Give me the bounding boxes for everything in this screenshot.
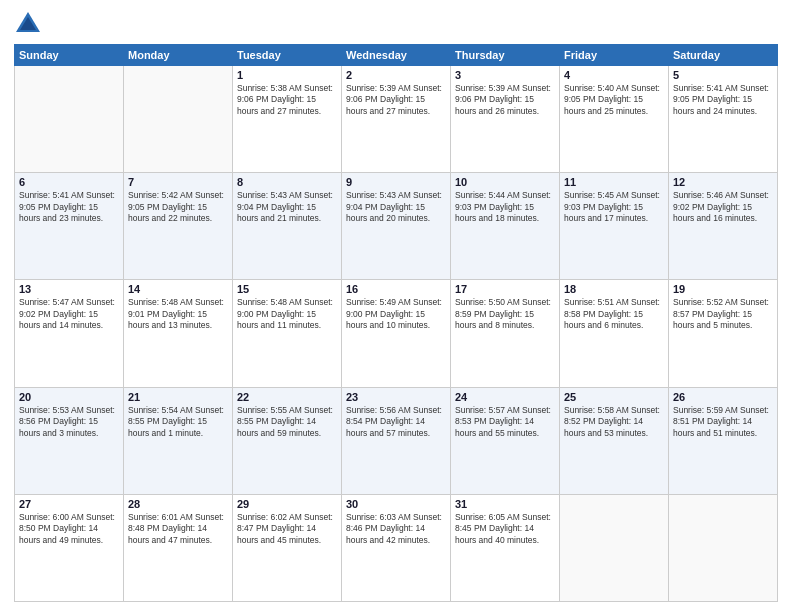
day-number: 30 xyxy=(346,498,446,510)
day-info: Sunrise: 5:51 AM Sunset: 8:58 PM Dayligh… xyxy=(564,297,664,331)
day-number: 28 xyxy=(128,498,228,510)
calendar-week-3: 13Sunrise: 5:47 AM Sunset: 9:02 PM Dayli… xyxy=(15,280,778,387)
day-number: 22 xyxy=(237,391,337,403)
calendar-week-5: 27Sunrise: 6:00 AM Sunset: 8:50 PM Dayli… xyxy=(15,494,778,601)
day-info: Sunrise: 5:39 AM Sunset: 9:06 PM Dayligh… xyxy=(346,83,446,117)
day-number: 12 xyxy=(673,176,773,188)
calendar-cell: 15Sunrise: 5:48 AM Sunset: 9:00 PM Dayli… xyxy=(233,280,342,387)
day-number: 3 xyxy=(455,69,555,81)
day-number: 17 xyxy=(455,283,555,295)
day-number: 5 xyxy=(673,69,773,81)
calendar-body: 1Sunrise: 5:38 AM Sunset: 9:06 PM Daylig… xyxy=(15,66,778,602)
calendar-cell: 2Sunrise: 5:39 AM Sunset: 9:06 PM Daylig… xyxy=(342,66,451,173)
day-number: 24 xyxy=(455,391,555,403)
weekday-header-friday: Friday xyxy=(560,45,669,66)
calendar-week-4: 20Sunrise: 5:53 AM Sunset: 8:56 PM Dayli… xyxy=(15,387,778,494)
day-number: 27 xyxy=(19,498,119,510)
calendar-cell: 21Sunrise: 5:54 AM Sunset: 8:55 PM Dayli… xyxy=(124,387,233,494)
day-info: Sunrise: 5:48 AM Sunset: 9:01 PM Dayligh… xyxy=(128,297,228,331)
calendar-cell: 6Sunrise: 5:41 AM Sunset: 9:05 PM Daylig… xyxy=(15,173,124,280)
day-info: Sunrise: 5:43 AM Sunset: 9:04 PM Dayligh… xyxy=(237,190,337,224)
day-info: Sunrise: 5:49 AM Sunset: 9:00 PM Dayligh… xyxy=(346,297,446,331)
day-info: Sunrise: 6:02 AM Sunset: 8:47 PM Dayligh… xyxy=(237,512,337,546)
day-number: 21 xyxy=(128,391,228,403)
calendar-cell: 12Sunrise: 5:46 AM Sunset: 9:02 PM Dayli… xyxy=(669,173,778,280)
day-number: 29 xyxy=(237,498,337,510)
weekday-header-wednesday: Wednesday xyxy=(342,45,451,66)
day-number: 8 xyxy=(237,176,337,188)
day-number: 23 xyxy=(346,391,446,403)
calendar-table: SundayMondayTuesdayWednesdayThursdayFrid… xyxy=(14,44,778,602)
weekday-header-tuesday: Tuesday xyxy=(233,45,342,66)
calendar-week-2: 6Sunrise: 5:41 AM Sunset: 9:05 PM Daylig… xyxy=(15,173,778,280)
calendar-cell: 18Sunrise: 5:51 AM Sunset: 8:58 PM Dayli… xyxy=(560,280,669,387)
day-info: Sunrise: 6:00 AM Sunset: 8:50 PM Dayligh… xyxy=(19,512,119,546)
day-number: 6 xyxy=(19,176,119,188)
day-info: Sunrise: 5:59 AM Sunset: 8:51 PM Dayligh… xyxy=(673,405,773,439)
day-number: 18 xyxy=(564,283,664,295)
day-number: 15 xyxy=(237,283,337,295)
calendar-cell: 8Sunrise: 5:43 AM Sunset: 9:04 PM Daylig… xyxy=(233,173,342,280)
day-info: Sunrise: 5:52 AM Sunset: 8:57 PM Dayligh… xyxy=(673,297,773,331)
calendar-cell: 3Sunrise: 5:39 AM Sunset: 9:06 PM Daylig… xyxy=(451,66,560,173)
day-info: Sunrise: 5:44 AM Sunset: 9:03 PM Dayligh… xyxy=(455,190,555,224)
day-info: Sunrise: 5:45 AM Sunset: 9:03 PM Dayligh… xyxy=(564,190,664,224)
day-number: 7 xyxy=(128,176,228,188)
calendar-cell: 7Sunrise: 5:42 AM Sunset: 9:05 PM Daylig… xyxy=(124,173,233,280)
calendar-cell: 23Sunrise: 5:56 AM Sunset: 8:54 PM Dayli… xyxy=(342,387,451,494)
calendar-cell: 4Sunrise: 5:40 AM Sunset: 9:05 PM Daylig… xyxy=(560,66,669,173)
logo xyxy=(14,10,46,38)
calendar-cell: 25Sunrise: 5:58 AM Sunset: 8:52 PM Dayli… xyxy=(560,387,669,494)
calendar-cell xyxy=(15,66,124,173)
day-number: 13 xyxy=(19,283,119,295)
calendar-cell: 5Sunrise: 5:41 AM Sunset: 9:05 PM Daylig… xyxy=(669,66,778,173)
calendar-cell: 16Sunrise: 5:49 AM Sunset: 9:00 PM Dayli… xyxy=(342,280,451,387)
day-number: 26 xyxy=(673,391,773,403)
day-number: 31 xyxy=(455,498,555,510)
weekday-header-thursday: Thursday xyxy=(451,45,560,66)
day-info: Sunrise: 5:50 AM Sunset: 8:59 PM Dayligh… xyxy=(455,297,555,331)
calendar-cell: 29Sunrise: 6:02 AM Sunset: 8:47 PM Dayli… xyxy=(233,494,342,601)
day-info: Sunrise: 5:56 AM Sunset: 8:54 PM Dayligh… xyxy=(346,405,446,439)
weekday-header-saturday: Saturday xyxy=(669,45,778,66)
calendar-cell: 26Sunrise: 5:59 AM Sunset: 8:51 PM Dayli… xyxy=(669,387,778,494)
calendar-cell xyxy=(124,66,233,173)
calendar-cell xyxy=(669,494,778,601)
calendar-cell: 27Sunrise: 6:00 AM Sunset: 8:50 PM Dayli… xyxy=(15,494,124,601)
day-info: Sunrise: 6:03 AM Sunset: 8:46 PM Dayligh… xyxy=(346,512,446,546)
day-info: Sunrise: 5:58 AM Sunset: 8:52 PM Dayligh… xyxy=(564,405,664,439)
day-info: Sunrise: 5:38 AM Sunset: 9:06 PM Dayligh… xyxy=(237,83,337,117)
day-info: Sunrise: 5:39 AM Sunset: 9:06 PM Dayligh… xyxy=(455,83,555,117)
day-info: Sunrise: 6:01 AM Sunset: 8:48 PM Dayligh… xyxy=(128,512,228,546)
day-number: 14 xyxy=(128,283,228,295)
day-info: Sunrise: 5:54 AM Sunset: 8:55 PM Dayligh… xyxy=(128,405,228,439)
day-info: Sunrise: 5:48 AM Sunset: 9:00 PM Dayligh… xyxy=(237,297,337,331)
calendar-cell: 9Sunrise: 5:43 AM Sunset: 9:04 PM Daylig… xyxy=(342,173,451,280)
calendar-cell: 30Sunrise: 6:03 AM Sunset: 8:46 PM Dayli… xyxy=(342,494,451,601)
day-info: Sunrise: 6:05 AM Sunset: 8:45 PM Dayligh… xyxy=(455,512,555,546)
calendar-header: SundayMondayTuesdayWednesdayThursdayFrid… xyxy=(15,45,778,66)
calendar-cell: 17Sunrise: 5:50 AM Sunset: 8:59 PM Dayli… xyxy=(451,280,560,387)
day-number: 11 xyxy=(564,176,664,188)
day-info: Sunrise: 5:47 AM Sunset: 9:02 PM Dayligh… xyxy=(19,297,119,331)
day-info: Sunrise: 5:41 AM Sunset: 9:05 PM Dayligh… xyxy=(19,190,119,224)
day-info: Sunrise: 5:55 AM Sunset: 8:55 PM Dayligh… xyxy=(237,405,337,439)
day-info: Sunrise: 5:53 AM Sunset: 8:56 PM Dayligh… xyxy=(19,405,119,439)
calendar-cell: 10Sunrise: 5:44 AM Sunset: 9:03 PM Dayli… xyxy=(451,173,560,280)
header xyxy=(14,10,778,38)
weekday-row: SundayMondayTuesdayWednesdayThursdayFrid… xyxy=(15,45,778,66)
calendar-cell: 11Sunrise: 5:45 AM Sunset: 9:03 PM Dayli… xyxy=(560,173,669,280)
day-number: 25 xyxy=(564,391,664,403)
day-number: 16 xyxy=(346,283,446,295)
day-info: Sunrise: 5:43 AM Sunset: 9:04 PM Dayligh… xyxy=(346,190,446,224)
page: SundayMondayTuesdayWednesdayThursdayFrid… xyxy=(0,0,792,612)
calendar-week-1: 1Sunrise: 5:38 AM Sunset: 9:06 PM Daylig… xyxy=(15,66,778,173)
calendar-cell: 24Sunrise: 5:57 AM Sunset: 8:53 PM Dayli… xyxy=(451,387,560,494)
calendar-cell: 20Sunrise: 5:53 AM Sunset: 8:56 PM Dayli… xyxy=(15,387,124,494)
day-number: 2 xyxy=(346,69,446,81)
weekday-header-monday: Monday xyxy=(124,45,233,66)
calendar-cell xyxy=(560,494,669,601)
day-info: Sunrise: 5:46 AM Sunset: 9:02 PM Dayligh… xyxy=(673,190,773,224)
day-info: Sunrise: 5:42 AM Sunset: 9:05 PM Dayligh… xyxy=(128,190,228,224)
day-number: 4 xyxy=(564,69,664,81)
